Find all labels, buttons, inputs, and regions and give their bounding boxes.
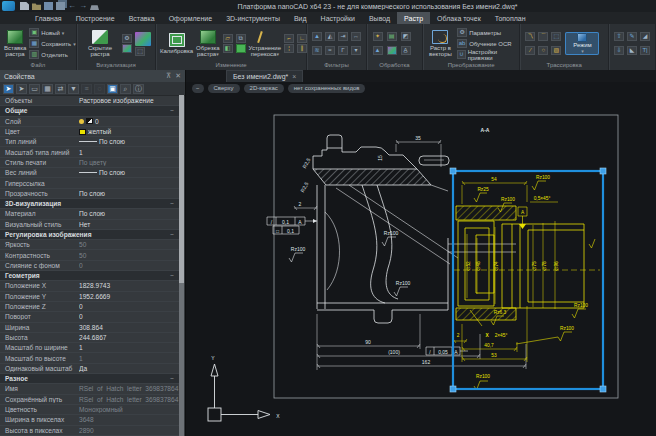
- row-linetype-scale[interactable]: Масштаб типа линий 1: [0, 147, 179, 157]
- quick-select-icon[interactable]: ▣: [107, 84, 118, 94]
- calibration-button[interactable]: Калибровка: [160, 33, 193, 55]
- crop-raster-button[interactable]: Обрезка растра▾: [196, 30, 220, 58]
- row-color-mode[interactable]: Цветность Монохромный: [0, 405, 179, 415]
- filter-sharpen-icon[interactable]: ◭: [325, 32, 335, 41]
- row-brightness[interactable]: Яркость 50: [0, 240, 179, 250]
- eraser-icon[interactable]: ◢: [640, 32, 650, 41]
- selection-grip[interactable]: [450, 168, 456, 174]
- row-height-pixels[interactable]: Высота в пикселах 2890: [0, 426, 179, 436]
- process-image-icon[interactable]: ▤: [387, 32, 397, 41]
- filter-selection-icon[interactable]: ▼: [68, 84, 79, 94]
- crossing-select-icon[interactable]: ▦: [42, 84, 53, 94]
- raster-area-icon[interactable]: ▱: [223, 34, 233, 43]
- fill-area-icon[interactable]: [236, 44, 246, 53]
- row-width[interactable]: Ширина 308.864: [0, 323, 179, 333]
- saved-views-button[interactable]: нет сохраненных видов: [288, 84, 366, 93]
- process-binarize-icon[interactable]: ▲: [373, 46, 383, 55]
- raster-to-vector-button[interactable]: Растр в векторы: [427, 30, 454, 58]
- tab-oformlenie[interactable]: Оформление: [162, 12, 219, 24]
- collapse-icon[interactable]: −: [170, 107, 174, 114]
- selection-grip[interactable]: [600, 168, 606, 174]
- tab-vid[interactable]: Вид: [287, 12, 314, 24]
- row-objects[interactable]: Объекты Растровое изображение: [0, 96, 179, 106]
- image-settings-icon[interactable]: ⚙: [122, 34, 132, 43]
- filter-despeckle-icon[interactable]: ≋: [312, 46, 322, 55]
- swap-selection-icon[interactable]: ⇄: [55, 84, 66, 94]
- process-text-icon[interactable]: A̲: [401, 46, 411, 55]
- tab-vyvod[interactable]: Вывод: [362, 12, 397, 24]
- text-tool-icon[interactable]: T|: [640, 46, 650, 55]
- row-contrast[interactable]: Контрастность 50: [0, 250, 179, 260]
- row-linetype[interactable]: Тип линий По слою: [0, 137, 179, 147]
- filter-erode-icon[interactable]: ≈: [325, 46, 335, 55]
- deskew-button[interactable]: Устранение перекоса▾: [249, 30, 281, 58]
- tab-glavnaya[interactable]: Главная: [28, 12, 69, 24]
- pencil-icon[interactable]: ✎: [627, 32, 637, 41]
- row-layer[interactable]: Слой 0: [0, 117, 179, 127]
- scrollbar-thumb[interactable]: [179, 95, 184, 283]
- row-name[interactable]: Имя RSel_of_Hatch_letter_369837864: [0, 384, 179, 394]
- filter-more-icon[interactable]: ▾: [351, 46, 361, 55]
- drawing-viewport[interactable]: А-А: [186, 94, 656, 436]
- tab-3d-instrumenty[interactable]: 3D-инструменты: [219, 12, 287, 24]
- cursor-icon[interactable]: ➤: [16, 84, 27, 94]
- row-hyperlink[interactable]: Гиперссылка: [0, 178, 179, 188]
- row-scale-width[interactable]: Масштаб по ширине 1: [0, 343, 179, 353]
- process-magic-icon[interactable]: ✦: [373, 32, 383, 41]
- select-similar-icon[interactable]: ≡: [81, 84, 92, 94]
- save-raster-button[interactable]: ▦ Сохранить▾: [29, 39, 75, 49]
- select-cursor-icon[interactable]: ➤: [3, 84, 14, 94]
- corner-tool-icon[interactable]: ⌐: [284, 34, 294, 43]
- row-saved-path[interactable]: Сохранённый путь RSel_of_Hatch_letter_36…: [0, 395, 179, 405]
- undo-icon[interactable]: ←: [68, 2, 76, 10]
- selection-grip[interactable]: [600, 386, 606, 392]
- row-transparency[interactable]: Прозрачность По слою: [0, 189, 179, 199]
- panel-scrollbar[interactable]: [179, 95, 184, 436]
- row-lineweight[interactable]: Вес линий По слою: [0, 168, 179, 178]
- view-direction-button[interactable]: Сверху: [208, 84, 240, 93]
- tab-vstavka[interactable]: Вставка: [122, 12, 162, 24]
- ocr-training-button[interactable]: ab Обучение OCR: [457, 39, 515, 49]
- raster-image-yellow[interactable]: [453, 181, 600, 390]
- print-icon[interactable]: [90, 2, 99, 10]
- snap-settings-button[interactable]: ∪ Настройки привязки: [457, 50, 515, 60]
- row-material[interactable]: Материал По слою: [0, 209, 179, 219]
- section-misc[interactable]: Разное −: [0, 374, 179, 384]
- visual-style-button[interactable]: 2D-каркас: [244, 84, 284, 93]
- section-image-adjust[interactable]: Регулировка изображения −: [0, 230, 179, 240]
- close-document-icon[interactable]: ×: [292, 73, 296, 80]
- row-plot-style[interactable]: Стиль печати По цвету: [0, 158, 179, 168]
- tab-topoplan[interactable]: Топоплан: [488, 12, 533, 24]
- detach-raster-button[interactable]: ▥ Отделить: [29, 50, 75, 60]
- filter-align-icon[interactable]: ⇥: [338, 32, 348, 41]
- row-position-z[interactable]: Положение Z 0: [0, 302, 179, 312]
- trace-polyline-icon[interactable]: 〽: [525, 32, 535, 41]
- new-raster-button[interactable]: ▣ Новый▾: [29, 28, 75, 38]
- window-select-icon[interactable]: ▭: [29, 84, 40, 94]
- save-icon[interactable]: [44, 2, 53, 10]
- row-color[interactable]: Цвет желтый: [0, 127, 179, 137]
- parameters-button[interactable]: ⚙ Параметры: [457, 28, 515, 38]
- info-icon[interactable]: ⓘ: [133, 84, 144, 94]
- raster-below-icon[interactable]: ⇩: [614, 46, 624, 55]
- section-3d-visualization[interactable]: 3D-визуализация −: [0, 199, 179, 209]
- row-width-pixels[interactable]: Ширина в пикселах 3648: [0, 415, 179, 425]
- section-general[interactable]: Общие −: [0, 106, 179, 116]
- row-fade[interactable]: Слияние с фоном 0: [0, 261, 179, 271]
- trace-hatch-icon[interactable]: ▨: [551, 46, 561, 55]
- raster-merge-icon[interactable]: ◧: [223, 44, 233, 53]
- selection-grip[interactable]: [450, 386, 456, 392]
- viewport-collapse-button[interactable]: −: [192, 84, 204, 93]
- row-height[interactable]: Высота 244.6867: [0, 333, 179, 343]
- save-all-icon[interactable]: [56, 2, 65, 10]
- row-scale-height[interactable]: Масштаб по высоте 1: [0, 353, 179, 363]
- calc-select-icon[interactable]: ⌕: [120, 84, 131, 94]
- section-geometry[interactable]: Геометрия −: [0, 271, 179, 281]
- tab-nastroyki[interactable]: Настройки: [314, 12, 362, 24]
- layer-on-icon[interactable]: [79, 119, 84, 124]
- deselect-icon[interactable]: ◌: [94, 84, 105, 94]
- row-rotation[interactable]: Поворот 0: [0, 312, 179, 322]
- close-panel-icon[interactable]: ✕: [175, 72, 181, 80]
- redo-icon[interactable]: →: [79, 2, 87, 10]
- filter-width-icon[interactable]: ↔: [351, 32, 361, 41]
